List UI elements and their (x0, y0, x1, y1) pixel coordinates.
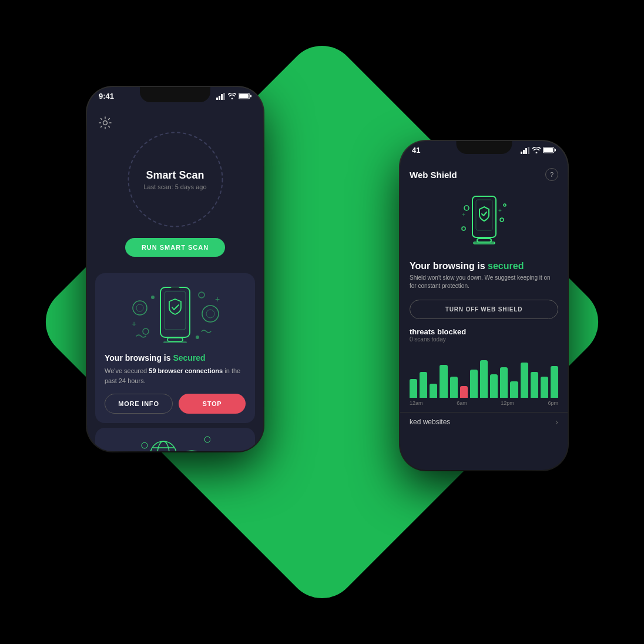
back-status-icons (521, 147, 556, 154)
front-signal-icon (216, 93, 226, 100)
chart-labels: 12am 6am 12pm 6pm (400, 398, 568, 408)
svg-point-31 (133, 301, 147, 315)
chart-bar (510, 381, 518, 398)
svg-point-39 (151, 296, 155, 299)
wifi-icon (532, 147, 541, 153)
svg-rect-27 (165, 291, 186, 330)
secured-desc: Shield won't slow you down. We suggest k… (410, 274, 558, 290)
scan-text: Smart Scan Last scan: 5 days ago (143, 169, 206, 190)
help-button[interactable]: ? (545, 168, 558, 181)
scan-circle: Smart Scan Last scan: 5 days ago (124, 128, 227, 231)
signal-icon (521, 147, 530, 154)
svg-rect-6 (555, 149, 556, 152)
phone-front: 9:41 (87, 87, 263, 451)
chart-bar (531, 372, 538, 398)
back-header: Web Shield ? (400, 162, 568, 185)
svg-text:+: + (132, 319, 136, 328)
svg-point-34 (206, 310, 214, 318)
back-secured-section: Your browsing is secured Shield won't sl… (400, 261, 568, 295)
chart-bar (430, 384, 437, 398)
svg-point-35 (199, 292, 204, 298)
front-status-icons (216, 93, 251, 100)
more-info-button[interactable]: MORE INFO (105, 394, 173, 414)
svg-text:+: + (498, 207, 502, 214)
svg-rect-2 (525, 148, 527, 154)
scan-title: Smart Scan (143, 169, 206, 182)
svg-rect-3 (528, 147, 529, 154)
svg-rect-1 (523, 150, 525, 154)
back-phone-content: Web Shield ? (400, 162, 568, 470)
shield-big-icon: + + (455, 190, 514, 255)
svg-point-42 (157, 441, 169, 451)
chart-bar (490, 374, 498, 398)
svg-point-11 (464, 206, 469, 210)
scene: 41 (0, 0, 644, 644)
gear-icon (99, 116, 112, 129)
secured-status: secured (488, 261, 524, 271)
svg-rect-17 (216, 98, 218, 100)
battery-icon (543, 147, 556, 153)
svg-point-47 (142, 442, 147, 448)
svg-point-24 (103, 121, 108, 125)
settings-icon[interactable] (99, 116, 112, 132)
back-phone-notch (456, 141, 512, 154)
run-smart-scan-button[interactable]: RUN SMART SCAN (125, 238, 225, 257)
svg-point-14 (504, 204, 506, 206)
chart-bar (500, 367, 508, 398)
front-battery-icon (239, 93, 251, 99)
chevron-right-icon: › (555, 417, 558, 427)
wifi-card-inner (105, 437, 246, 451)
svg-rect-18 (219, 96, 220, 100)
back-status-time: 41 (412, 146, 420, 155)
chart-bar (460, 386, 468, 398)
secured-title: Your browsing is secured (410, 261, 558, 271)
blocked-websites-text: ked websites (410, 418, 450, 426)
front-phone-content: Smart Scan Last scan: 5 days ago RUN SMA… (87, 110, 263, 451)
svg-rect-5 (544, 148, 553, 152)
svg-point-48 (204, 437, 210, 442)
svg-point-33 (202, 306, 219, 322)
chart-bar (521, 363, 528, 398)
browsing-status-title: Your browsing is Secured (105, 353, 246, 363)
shield-illustration: + + (105, 283, 246, 353)
svg-rect-22 (239, 94, 249, 98)
scan-subtitle: Last scan: 5 days ago (143, 183, 206, 190)
stop-button[interactable]: STOP (179, 394, 246, 414)
threats-subtitle: 0 scans today (410, 336, 558, 343)
svg-point-36 (143, 328, 149, 334)
shield-big-area: + + (400, 185, 568, 261)
svg-rect-19 (221, 94, 223, 100)
browsing-card: + + Your browsing is Secured We'v (95, 273, 255, 423)
svg-rect-20 (223, 93, 225, 100)
scan-circle-area: Smart Scan Last scan: 5 days ago RUN SMA… (87, 110, 263, 269)
chart-bar (480, 360, 488, 398)
bottom-partial-card (95, 428, 255, 451)
phone-back: 41 (400, 141, 568, 470)
svg-rect-30 (163, 341, 187, 343)
svg-rect-23 (250, 95, 251, 98)
front-status-time: 9:41 (99, 92, 114, 100)
svg-point-41 (150, 441, 176, 451)
chart-bar (551, 366, 558, 398)
blocked-websites-row[interactable]: ked websites › (400, 412, 568, 431)
turn-off-button[interactable]: TURN OFF WEB SHIELD (410, 300, 558, 319)
svg-rect-28 (170, 287, 180, 290)
chart-bar (420, 372, 427, 398)
front-wifi-icon (228, 93, 236, 99)
browsing-status-value: Secured (173, 353, 205, 363)
svg-rect-0 (521, 152, 522, 154)
svg-rect-10 (474, 242, 495, 244)
svg-point-32 (136, 304, 143, 311)
svg-rect-29 (167, 338, 183, 341)
action-buttons: MORE INFO STOP (105, 394, 246, 414)
chart-bar (410, 379, 417, 398)
chart-bar (470, 370, 478, 398)
svg-point-40 (196, 336, 199, 339)
threats-title: threats blocked (410, 327, 558, 336)
svg-point-12 (500, 218, 504, 222)
svg-rect-9 (477, 239, 491, 242)
threats-section: threats blocked 0 scans today (400, 324, 568, 345)
front-phone-notch (140, 87, 210, 102)
chart-bar (440, 365, 447, 398)
web-shield-title: Web Shield (410, 170, 457, 180)
